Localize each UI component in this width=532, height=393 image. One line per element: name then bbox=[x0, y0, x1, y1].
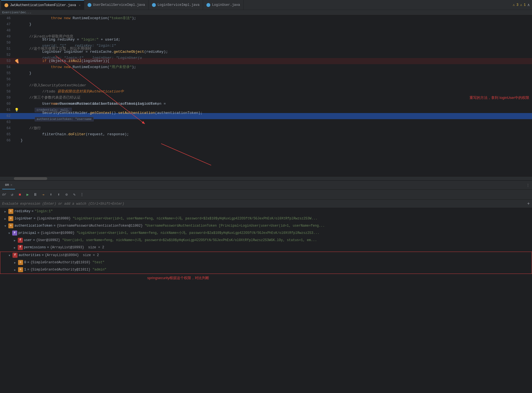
var-item-permissions[interactable]: ▶ f permissions = {ArrayList@10993} size… bbox=[0, 244, 532, 251]
breadcrumb: Exercises\Sec... bbox=[0, 10, 532, 15]
code-line-54: 54 throw new RuntimeException("用户未登录"); bbox=[0, 64, 532, 70]
debug-run-cursor-btn[interactable]: ⊙ bbox=[63, 192, 69, 198]
var-val-permissions: {ArrayList@10993} size = 2 bbox=[50, 245, 530, 250]
var-name-principal: principal bbox=[18, 231, 36, 236]
var-val-auth-0: {SimpleGrantedAuthority@11010} "test" bbox=[30, 260, 529, 265]
debug-stop-btn[interactable]: ■ bbox=[17, 192, 23, 198]
var-val-loginuser: {LoginUser@10980} "LoginUser(user=User(i… bbox=[37, 216, 530, 221]
tab-label-jwt: JwtAuthenticationTokenFilter.java bbox=[10, 3, 76, 7]
var-val-rediskey: "login:1" bbox=[35, 209, 530, 214]
tab-icon-userdetail bbox=[88, 3, 91, 7]
code-editor[interactable]: 46 throw new RuntimeException("token非法")… bbox=[0, 15, 532, 176]
var-icon-user: f bbox=[18, 238, 23, 243]
var-icon-auth-1: ≡ bbox=[18, 267, 23, 272]
var-icon-authtoken: ≡ bbox=[8, 223, 13, 228]
springsec-annotation-container: springsecurity根据这个权限，对比判断 bbox=[0, 274, 532, 282]
tab-loginuser[interactable]: LoginUser.java bbox=[203, 0, 244, 10]
panel-tab-debug-close[interactable]: ✕ bbox=[10, 183, 12, 187]
var-expand-loginuser[interactable]: ▶ bbox=[4, 216, 8, 222]
panel-tab-bar: on ✕ ⋮ bbox=[0, 181, 532, 190]
var-expand-authtoken[interactable]: ▼ bbox=[4, 223, 8, 229]
var-icon-loginuser: ≡ bbox=[8, 216, 13, 221]
var-expand-rediskey[interactable]: ▶ bbox=[4, 209, 8, 214]
variables-panel[interactable]: ▶ ≡ redisKey = "login:1" ▶ ≡ loginUser =… bbox=[0, 208, 532, 314]
var-name-loginuser: loginUser bbox=[14, 216, 33, 221]
var-item-user[interactable]: ▶ f user = {User@10992} "User(id=1, user… bbox=[0, 237, 532, 244]
panel-more-btn[interactable]: ⋮ bbox=[526, 183, 530, 187]
debug-pause-btn[interactable]: ⏸ bbox=[32, 192, 38, 198]
var-icon-rediskey: ≡ bbox=[8, 209, 13, 214]
expr-add-watch-btn[interactable]: + bbox=[527, 201, 530, 206]
var-name-rediskey: redisKey bbox=[14, 209, 31, 214]
scroll-thumb[interactable] bbox=[14, 177, 47, 180]
var-name-auth-1: 1 bbox=[24, 267, 26, 272]
editor-collapse-btn[interactable]: ∧ bbox=[528, 2, 530, 7]
tab-label-userdetail: UserDetailServiceImpl.java bbox=[93, 3, 145, 7]
authorities-group: ▼ f authorities = {ArrayList@10994} size… bbox=[0, 252, 532, 274]
var-item-auth-1[interactable]: ▶ ≡ 1 = {SimpleGrantedAuthority@11011} "… bbox=[0, 266, 532, 274]
code-line-47: 47 } bbox=[0, 21, 532, 27]
var-name-user: user bbox=[24, 238, 32, 243]
expr-input[interactable] bbox=[2, 202, 525, 206]
var-expand-principal[interactable]: ▼ bbox=[8, 231, 12, 236]
debug-restart-btn[interactable]: ↺ bbox=[9, 192, 15, 198]
expr-bar: + bbox=[0, 200, 532, 208]
code-line-62: 62 SecurityContextHolder.getContext().se… bbox=[0, 113, 532, 119]
panel-actions: ⋮ bbox=[526, 183, 530, 187]
var-expand-user[interactable]: ▶ bbox=[14, 238, 18, 243]
var-icon-auth-0: ≡ bbox=[18, 260, 23, 265]
var-val-user: {User@10992} "User(id=1, userName=feng, … bbox=[36, 238, 530, 243]
var-expand-auth-1[interactable]: ▶ bbox=[14, 267, 18, 273]
var-item-authtoken[interactable]: ▼ ≡ authenticationToken = {UsernamePassw… bbox=[0, 222, 532, 230]
tab-jwt[interactable]: JwtAuthenticationTokenFilter.java ✕ bbox=[1, 0, 84, 10]
horizontal-scrollbar[interactable] bbox=[0, 176, 532, 180]
var-icon-authorities: f bbox=[13, 253, 18, 258]
var-val-principal: {LoginUser@10980} "LoginUser(user=User(i… bbox=[41, 231, 530, 236]
springsec-annotation: springsecurity根据这个权限，对比判断 bbox=[147, 276, 209, 281]
debug-label-or: or bbox=[2, 193, 6, 197]
tab-bar: JwtAuthenticationTokenFilter.java ✕ User… bbox=[0, 0, 532, 10]
var-expand-authorities[interactable]: ▼ bbox=[9, 253, 13, 258]
var-expand-permissions[interactable]: ▶ bbox=[14, 245, 18, 251]
var-item-authorities[interactable]: ▼ f authorities = {ArrayList@10994} size… bbox=[0, 252, 532, 259]
var-item-auth-0[interactable]: ▶ ≡ 0 = {SimpleGrantedAuthority@11010} "… bbox=[0, 259, 532, 266]
debug-step-over-btn[interactable]: ⇢ bbox=[40, 192, 46, 198]
var-item-rediskey[interactable]: ▶ ≡ redisKey = "login:1" bbox=[0, 208, 532, 215]
warning-triangle-2: ⚠ bbox=[520, 3, 522, 7]
code-line-66: 66 } bbox=[0, 137, 532, 144]
tab-label-loginservice: LoginServiceImpl.java bbox=[158, 3, 199, 7]
panel-tab-debug[interactable]: on ✕ bbox=[2, 181, 15, 189]
tab-close-jwt[interactable]: ✕ bbox=[79, 4, 81, 7]
tab-userdetail[interactable]: UserDetailServiceImpl.java bbox=[84, 0, 149, 10]
var-expand-auth-0[interactable]: ▶ bbox=[14, 260, 18, 266]
debug-step-out-btn[interactable]: ⬆ bbox=[56, 192, 62, 198]
var-val-authorities: {ArrayList@10994} size = 2 bbox=[45, 253, 529, 258]
tab-label-loginuser: LoginUser.java bbox=[212, 3, 240, 7]
debug-toolbar: or ↺ ■ ▶ ⏸ ⇢ ⬇ ⬆ ⊙ ✎ ⋮ bbox=[0, 190, 532, 200]
code-line-63: 63 bbox=[0, 119, 532, 125]
code-line-65: 65 filterChain.doFilter(request, respons… bbox=[0, 131, 532, 137]
var-val-auth-1: {SimpleGrantedAuthority@11011} "admin" bbox=[30, 267, 529, 272]
var-name-authtoken: authenticationToken bbox=[14, 223, 53, 228]
var-name-authorities: authorities bbox=[19, 253, 41, 258]
bulb-icon[interactable]: 💡 bbox=[14, 108, 19, 112]
var-name-permissions: permissions bbox=[24, 245, 46, 250]
var-name-auth-0: 0 bbox=[24, 260, 26, 265]
var-item-loginuser[interactable]: ▶ ≡ loginUser = {LoginUser@10980} "Login… bbox=[0, 215, 532, 222]
tab-loginservice[interactable]: LoginServiceImpl.java bbox=[149, 0, 203, 10]
var-icon-permissions: f bbox=[18, 245, 23, 250]
warning-count-1: 3 bbox=[516, 3, 518, 7]
warning-triangle-1: ⚠ bbox=[513, 3, 515, 7]
code-line-46: 46 throw new RuntimeException("token非法")… bbox=[0, 15, 532, 21]
tab-icon-loginuser bbox=[206, 3, 210, 7]
var-icon-principal: F bbox=[12, 231, 17, 236]
debug-more-btn[interactable]: ⋮ bbox=[79, 192, 85, 198]
svg-line-1 bbox=[161, 144, 211, 165]
debug-resume-btn[interactable]: ▶ bbox=[24, 192, 31, 198]
debug-eval-btn[interactable]: ✎ bbox=[71, 192, 77, 198]
debug-step-into-btn[interactable]: ⬇ bbox=[48, 192, 54, 198]
code-line-55: 55 } bbox=[0, 70, 532, 76]
tab-icon-loginservice bbox=[152, 3, 156, 7]
var-item-principal[interactable]: ▼ F principal = {LoginUser@10980} "Login… bbox=[0, 230, 532, 237]
var-val-authtoken: {UsernamePasswordAuthenticationToken@110… bbox=[57, 223, 530, 228]
